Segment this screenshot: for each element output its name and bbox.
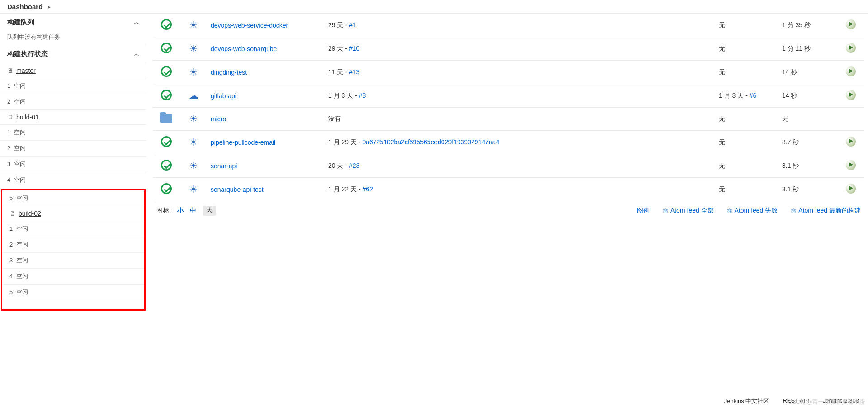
job-link[interactable]: micro [211,115,226,123]
last-success: 1 月 29 天 - 0a6725102ba2cf695565eed029f19… [325,131,715,154]
executor-slot: 5空闲 [2,285,144,300]
executor-slot: 4空闲 [0,172,146,188]
last-duration: 3.1 秒 [778,178,837,201]
build-exec-title: 构建执行状态 [7,50,48,58]
last-success: 1 月 22 天 - #62 [325,178,715,201]
last-success: 没有 [325,108,715,131]
build-now-icon[interactable] [846,66,856,76]
build-now-icon[interactable] [846,160,856,170]
node-master-link[interactable]: master [16,67,36,74]
executor-slot: 3空闲 [2,253,144,269]
node-master[interactable]: 🖥 master [0,63,146,78]
main-content: ☀devops-web-service-docker29 天 - #1无1 分 … [149,14,868,312]
cloud-icon: ☁ [189,90,198,101]
icon-size-selector: 图标: 小 中 大 [156,206,216,216]
table-row: ☀sonar-api20 天 - #23无3.1 秒 [153,154,864,178]
build-link[interactable]: #6 [750,92,757,99]
table-row: ☀devops-web-service-docker29 天 - #1无1 分 … [153,14,864,37]
build-now-icon[interactable] [846,137,856,147]
status-success-icon [161,183,172,194]
chevron-up-icon: ︿ [134,19,139,26]
node-build-02[interactable]: 🖥 build-02 [2,206,144,221]
job-link[interactable]: pipeline-pullcode-email [211,139,275,146]
sun-icon: ☀ [189,66,198,78]
build-queue-header[interactable]: 构建队列 ︿ [0,14,146,31]
status-success-icon [161,19,172,30]
last-failure: 无 [715,131,778,154]
build-link[interactable]: #23 [349,162,359,169]
last-duration: 8.7 秒 [778,131,837,154]
job-link[interactable]: gitlab-api [211,92,236,100]
executor-slot: 1空闲 [0,125,146,141]
last-duration: 14 秒 [778,61,837,84]
last-duration: 无 [778,108,837,131]
build-link[interactable]: 0a6725102ba2cf695565eed029f1939029147aa4 [362,138,499,146]
last-duration: 3.1 秒 [778,154,837,178]
build-exec-header[interactable]: 构建执行状态 ︿ [0,45,146,63]
status-success-icon [161,136,172,147]
build-link[interactable]: #62 [362,185,373,193]
build-link[interactable]: #13 [349,68,359,76]
build-now-icon[interactable] [846,19,856,29]
last-failure: 无 [715,108,778,131]
rss-icon: ⚛ [790,207,797,215]
executor-slot: 2空闲 [2,237,144,253]
node-build-01-link[interactable]: build-01 [16,114,39,121]
last-failure: 无 [715,61,778,84]
last-success: 29 天 - #10 [325,37,715,61]
rss-icon: ⚛ [662,207,669,215]
table-row: ☀devops-web-sonarqube29 天 - #10无1 分 11 秒 [153,37,864,61]
last-failure: 无 [715,14,778,37]
table-row: ☀micro没有无无 [153,108,864,131]
executor-slot: 1空闲 [2,221,144,237]
last-duration: 1 分 35 秒 [778,14,837,37]
legend-link[interactable]: 图例 [637,207,650,215]
last-failure: 1 月 3 天 - #6 [715,84,778,108]
job-link[interactable]: dingding-test [211,69,247,76]
computer-icon: 🖥 [7,67,14,74]
status-success-icon [161,43,172,53]
build-link[interactable]: #1 [349,21,356,28]
sun-icon: ☀ [189,113,198,125]
status-success-icon [161,160,172,171]
atom-feed-fail[interactable]: ⚛Atom feed 失败 [726,207,778,215]
breadcrumb-dashboard[interactable]: Dashboard [7,3,42,10]
build-now-icon[interactable] [846,184,856,194]
build-now-icon[interactable] [846,43,856,53]
atom-feed-latest[interactable]: ⚛Atom feed 最新的构建 [790,207,861,215]
breadcrumb: Dashboard ▸ [0,0,868,14]
table-row: ☀dingding-test11 天 - #13无14 秒 [153,61,864,84]
job-link[interactable]: devops-web-sonarqube [211,45,277,52]
last-failure: 无 [715,37,778,61]
chevron-up-icon: ︿ [134,50,139,58]
icon-size-medium[interactable]: 中 [190,207,196,215]
sun-icon: ☀ [189,160,198,172]
executor-slot: 3空闲 [0,157,146,172]
job-link[interactable]: sonar-api [211,162,237,170]
executor-slot: 4空闲 [2,269,144,285]
build-now-icon[interactable] [846,90,856,100]
icon-size-small[interactable]: 小 [177,207,184,215]
status-success-icon [161,90,172,100]
node-build-02-link[interactable]: build-02 [19,210,41,217]
status-success-icon [161,66,172,77]
node-build-01[interactable]: 🖥 build-01 [0,110,146,125]
last-failure: 无 [715,178,778,201]
executor-slot: 2空闲 [0,141,146,157]
table-row: ☁gitlab-api1 月 3 天 - #81 月 3 天 - #614 秒 [153,84,864,108]
atom-feed-all[interactable]: ⚛Atom feed 全部 [662,207,714,215]
computer-icon: 🖥 [9,210,16,217]
sun-icon: ☀ [189,19,198,31]
build-queue-title: 构建队列 [7,18,34,27]
last-success: 20 天 - #23 [325,154,715,178]
last-duration: 1 分 11 秒 [778,37,837,61]
job-link[interactable]: sonarqube-api-test [211,186,264,193]
build-link[interactable]: #8 [359,92,366,99]
icon-size-label: 图标: [156,207,171,215]
build-link[interactable]: #10 [349,45,359,52]
job-link[interactable]: devops-web-service-docker [211,22,288,29]
icon-size-large[interactable]: 大 [203,206,216,216]
table-row: ☀sonarqube-api-test1 月 22 天 - #62无3.1 秒 [153,178,864,201]
folder-icon [160,114,172,123]
sun-icon: ☀ [189,184,198,195]
